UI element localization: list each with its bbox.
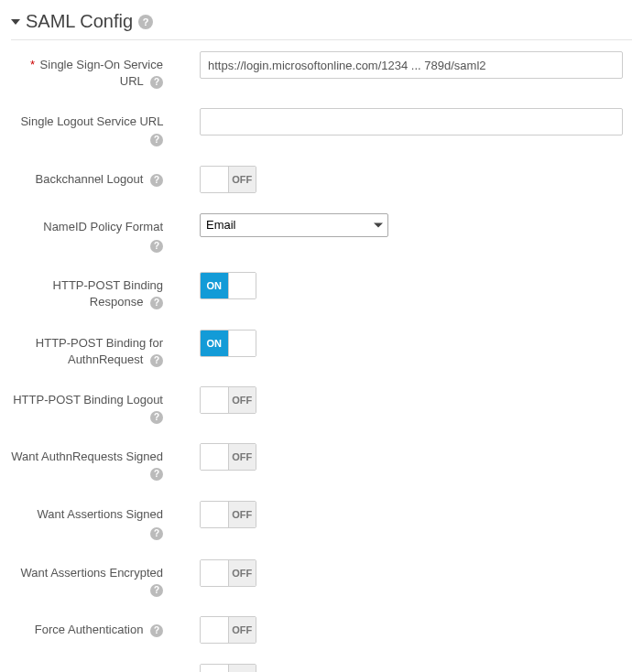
help-icon[interactable]: ? — [150, 174, 163, 187]
force-auth-toggle[interactable]: OFF — [200, 616, 256, 644]
label-text: Want Assertions Signed — [37, 507, 163, 521]
toggle-on-seg — [201, 387, 228, 413]
http-post-authn-toggle[interactable]: ON — [200, 330, 256, 357]
row-sso-url: * Single Sign-On Service URL ? — [11, 51, 632, 90]
label-text: HTTP-POST Binding Logout — [13, 393, 163, 406]
help-icon[interactable]: ? — [150, 411, 163, 424]
label-text: NameID Policy Format — [43, 220, 163, 233]
want-assertions-encrypted-toggle[interactable]: OFF — [200, 559, 256, 587]
label-want-authn-signed: Want AuthnRequests Signed ? — [11, 443, 172, 482]
label-slo-url: Single Logout Service URL ? — [11, 108, 172, 146]
validate-signature-toggle[interactable]: OFF — [200, 664, 256, 672]
label-text: Force Authentication — [35, 623, 144, 636]
http-post-response-toggle[interactable]: ON — [200, 272, 256, 299]
help-icon[interactable]: ? — [150, 527, 163, 540]
want-assertions-signed-toggle[interactable]: OFF — [200, 501, 256, 528]
section-title: SAML Config — [26, 11, 133, 32]
label-nameid-policy: NameID Policy Format ? — [11, 213, 172, 254]
help-icon[interactable]: ? — [150, 76, 163, 89]
row-backchannel-logout: Backchannel Logout ? OFF — [11, 166, 632, 195]
toggle-off-seg: OFF — [228, 387, 256, 413]
toggle-off-seg: OFF — [228, 617, 256, 643]
backchannel-logout-toggle[interactable]: OFF — [200, 166, 256, 193]
toggle-on-seg: ON — [201, 331, 228, 356]
label-text: Want AuthnRequests Signed — [11, 450, 163, 463]
toggle-on-seg — [201, 502, 228, 527]
help-icon[interactable]: ? — [150, 240, 163, 253]
toggle-off-seg: OFF — [228, 665, 256, 672]
label-force-auth: Force Authentication ? — [11, 616, 172, 638]
label-backchannel-logout: Backchannel Logout ? — [11, 166, 172, 188]
nameid-policy-select-wrap: Email — [200, 213, 388, 237]
want-authn-signed-toggle[interactable]: OFF — [200, 443, 256, 471]
nameid-policy-select[interactable]: Email — [200, 213, 388, 237]
label-text: HTTP-POST Binding for AuthnRequest — [36, 336, 163, 366]
label-http-post-response: HTTP-POST Binding Response ? — [11, 272, 172, 310]
row-http-post-response: HTTP-POST Binding Response ? ON — [11, 272, 632, 310]
help-icon[interactable]: ? — [150, 354, 163, 367]
label-text: Want Assertions Encrypted — [20, 566, 163, 580]
row-validate-signature: Validate Signature ? OFF — [11, 664, 632, 672]
help-icon[interactable]: ? — [150, 468, 163, 481]
toggle-on-seg — [201, 665, 228, 672]
label-text: Single Logout Service URL — [20, 114, 163, 128]
toggle-on-seg — [201, 444, 228, 470]
label-want-assertions-encrypted: Want Assertions Encrypted ? — [11, 559, 172, 598]
toggle-on-seg — [201, 167, 228, 192]
row-slo-url: Single Logout Service URL ? — [11, 108, 632, 146]
toggle-on-seg — [201, 560, 228, 586]
label-text: Backchannel Logout — [36, 172, 144, 186]
toggle-off-seg: OFF — [228, 167, 256, 192]
row-want-assertions-encrypted: Want Assertions Encrypted ? OFF — [11, 559, 632, 598]
row-http-post-authn: HTTP-POST Binding for AuthnRequest ? ON — [11, 330, 632, 368]
row-force-auth: Force Authentication ? OFF — [11, 616, 632, 645]
help-icon[interactable]: ? — [150, 297, 163, 309]
label-http-post-authn: HTTP-POST Binding for AuthnRequest ? — [11, 330, 172, 368]
toggle-off-seg — [228, 331, 256, 356]
chevron-down-icon[interactable] — [11, 19, 20, 25]
sso-url-input[interactable] — [200, 51, 623, 79]
toggle-off-seg: OFF — [228, 502, 256, 527]
required-marker: * — [30, 58, 35, 71]
toggle-on-seg — [201, 617, 228, 643]
label-text: Single Sign-On Service URL — [40, 58, 163, 88]
toggle-on-seg: ON — [201, 273, 228, 298]
label-want-assertions-signed: Want Assertions Signed ? — [11, 501, 172, 541]
toggle-off-seg: OFF — [228, 444, 256, 470]
help-icon[interactable]: ? — [150, 134, 163, 146]
http-post-logout-toggle[interactable]: OFF — [200, 386, 256, 414]
toggle-off-seg: OFF — [228, 560, 256, 586]
section-header: SAML Config ? — [11, 11, 632, 40]
slo-url-input[interactable] — [200, 108, 623, 135]
help-icon[interactable]: ? — [150, 624, 163, 637]
label-validate-signature: Validate Signature ? — [11, 664, 172, 672]
row-want-assertions-signed: Want Assertions Signed ? OFF — [11, 501, 632, 541]
row-http-post-logout: HTTP-POST Binding Logout ? OFF — [11, 386, 632, 425]
label-text: HTTP-POST Binding Response — [53, 278, 163, 309]
toggle-off-seg — [228, 273, 256, 298]
help-icon[interactable]: ? — [150, 584, 163, 597]
row-nameid-policy: NameID Policy Format ? Email — [11, 213, 632, 254]
help-icon[interactable]: ? — [138, 15, 153, 29]
label-http-post-logout: HTTP-POST Binding Logout ? — [11, 386, 172, 425]
label-sso-url: * Single Sign-On Service URL ? — [11, 51, 172, 90]
row-want-authn-signed: Want AuthnRequests Signed ? OFF — [11, 443, 632, 482]
